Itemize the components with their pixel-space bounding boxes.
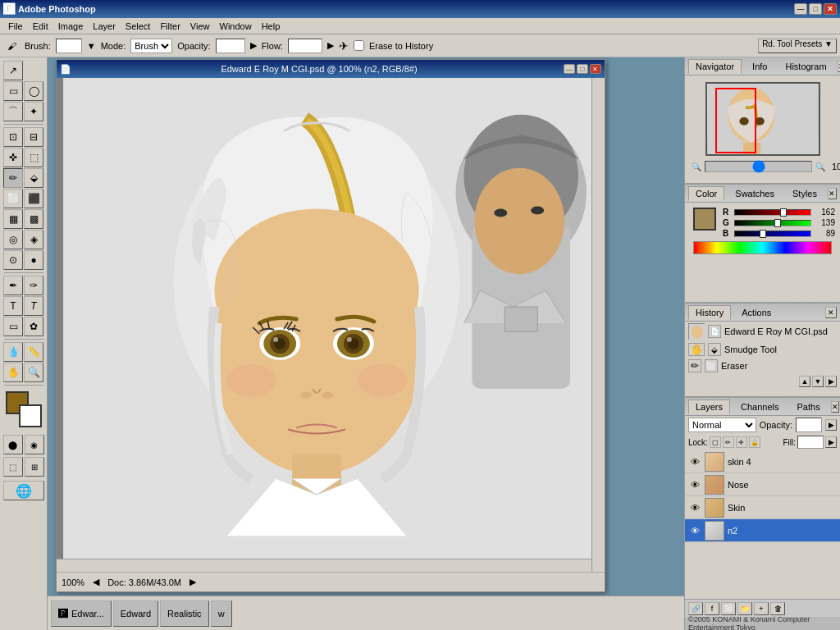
history-item-1[interactable]: 🖐 ⬙ Smudge Tool bbox=[685, 341, 840, 358]
bg-eraser-btn[interactable]: ⬛ bbox=[24, 189, 43, 208]
layer-group-btn[interactable]: 📁 bbox=[737, 602, 752, 615]
channels-tab[interactable]: Channels bbox=[733, 399, 786, 414]
menu-window[interactable]: Window bbox=[215, 20, 257, 33]
taskbar-item-3[interactable]: Realistic bbox=[160, 600, 209, 627]
history-menu[interactable]: ▶ bbox=[825, 376, 837, 387]
green-track[interactable] bbox=[734, 220, 811, 226]
taskbar-item-4[interactable]: w bbox=[211, 600, 232, 627]
green-thumb[interactable] bbox=[774, 219, 781, 227]
taskbar-photoshop[interactable]: 🅿 Edwar... bbox=[51, 600, 112, 627]
status-arrow-right[interactable]: ▶ bbox=[189, 577, 196, 587]
document-canvas[interactable] bbox=[57, 78, 605, 572]
minimize-button[interactable]: — bbox=[794, 3, 807, 15]
layer-new-btn[interactable]: + bbox=[754, 602, 769, 615]
eyedrop-btn[interactable]: 💧 bbox=[3, 342, 23, 362]
history-item-0[interactable]: 📄 Edward E Roy M CGI.psd bbox=[685, 322, 840, 341]
magic-wand-btn[interactable]: ✦ bbox=[24, 102, 43, 121]
layer-fx-btn[interactable]: f bbox=[705, 602, 719, 615]
erase-history-checkbox[interactable] bbox=[354, 40, 364, 51]
maximize-button[interactable]: □ bbox=[809, 3, 822, 15]
lock-transparency[interactable]: ▢ bbox=[710, 436, 721, 448]
layer-row-nose[interactable]: 👁 Nose bbox=[685, 473, 840, 496]
blue-track[interactable] bbox=[734, 231, 811, 237]
blend-mode-select[interactable]: Normal bbox=[688, 418, 756, 432]
dodge-btn[interactable]: ⊙ bbox=[3, 250, 23, 270]
airbrush-icon[interactable]: ✈ bbox=[339, 39, 349, 52]
status-arrow-left[interactable]: ◀ bbox=[93, 577, 99, 587]
layer-row-skin[interactable]: 👁 Skin bbox=[685, 496, 840, 519]
zoom-tool-btn[interactable]: 🔍 bbox=[24, 363, 43, 382]
history-scroll-up[interactable]: ▲ bbox=[799, 376, 810, 387]
styles-tab[interactable]: Styles bbox=[785, 186, 824, 201]
menu-view[interactable]: View bbox=[185, 20, 215, 33]
move-tool-btn[interactable]: ↗ bbox=[3, 61, 23, 80]
layers-tab[interactable]: Layers bbox=[688, 399, 730, 414]
screen-mode-btn[interactable]: ⬚ bbox=[3, 457, 23, 477]
info-tab[interactable]: Info bbox=[745, 59, 774, 74]
title-bar-buttons[interactable]: — □ ✕ bbox=[794, 3, 837, 15]
menu-filter[interactable]: Filter bbox=[155, 20, 185, 33]
document-scrollbar-right[interactable] bbox=[591, 78, 605, 572]
histogram-tab[interactable]: Histogram bbox=[778, 59, 833, 74]
brush-size-input[interactable]: 32 bbox=[56, 39, 82, 53]
opacity-arrow[interactable]: ▶ bbox=[250, 40, 257, 51]
navigator-tab[interactable]: Navigator bbox=[688, 59, 742, 74]
history-item-2[interactable]: ✏ ⬜ Eraser bbox=[685, 358, 840, 374]
marquee-rect-btn[interactable]: ▭ bbox=[3, 81, 23, 101]
zoom-in-icon[interactable]: 🔍 bbox=[815, 162, 825, 171]
custom-shape-btn[interactable]: ✿ bbox=[24, 317, 43, 336]
menu-image[interactable]: Image bbox=[53, 20, 89, 33]
lock-all[interactable]: 🔒 bbox=[749, 436, 760, 448]
doc-minimize-btn[interactable]: — bbox=[564, 64, 575, 74]
swatches-tab[interactable]: Swatches bbox=[728, 186, 782, 201]
text-btn[interactable]: T bbox=[3, 296, 23, 316]
background-color[interactable] bbox=[19, 404, 42, 427]
menu-select[interactable]: Select bbox=[121, 20, 156, 33]
flow-arrow[interactable]: ▶ bbox=[327, 40, 334, 51]
color-tab[interactable]: Color bbox=[688, 186, 724, 201]
burn-btn[interactable]: ● bbox=[24, 250, 43, 270]
color-close[interactable]: ✕ bbox=[828, 188, 837, 199]
red-thumb[interactable] bbox=[780, 208, 787, 217]
menu-help[interactable]: Help bbox=[257, 20, 285, 33]
jump-to-btn[interactable]: 🌐 bbox=[3, 481, 44, 500]
fill-value-input[interactable]: 100% bbox=[797, 436, 824, 449]
sharpen-btn[interactable]: ◈ bbox=[24, 230, 43, 249]
lasso-btn[interactable]: ⌒ bbox=[3, 102, 23, 121]
zoom-out-icon[interactable]: 🔍 bbox=[692, 162, 701, 171]
layer-eye-n2[interactable]: 👁 bbox=[688, 524, 701, 537]
layer-link-btn[interactable]: 🔗 bbox=[688, 602, 703, 615]
layer-eye-nose[interactable]: 👁 bbox=[688, 478, 701, 491]
history-brush-btn[interactable]: ⬙ bbox=[24, 168, 43, 188]
menu-layer[interactable]: Layer bbox=[88, 20, 121, 33]
vertical-text-btn[interactable]: T bbox=[24, 296, 43, 316]
layer-delete-btn[interactable]: 🗑 bbox=[770, 602, 785, 615]
navigator-close[interactable]: ✕ bbox=[838, 61, 840, 72]
pen-btn[interactable]: ✒ bbox=[3, 276, 23, 295]
layer-row-n2[interactable]: 👁 n2 bbox=[685, 519, 840, 542]
slice-btn[interactable]: ⊟ bbox=[24, 127, 43, 147]
actions-tab[interactable]: Actions bbox=[734, 305, 778, 320]
marquee-ellipse-btn[interactable]: ◯ bbox=[24, 81, 43, 101]
layer-mask-btn[interactable]: ⬜ bbox=[721, 602, 736, 615]
fill-btn[interactable]: ▩ bbox=[24, 209, 43, 229]
menu-file[interactable]: File bbox=[3, 20, 28, 33]
crop-btn[interactable]: ⊡ bbox=[3, 127, 23, 147]
flow-input[interactable]: 100% bbox=[288, 39, 322, 53]
taskbar-item-2[interactable]: Edward bbox=[113, 600, 158, 627]
layer-eye-skin[interactable]: 👁 bbox=[688, 501, 701, 514]
doc-maximize-btn[interactable]: □ bbox=[577, 64, 588, 74]
patch-btn[interactable]: ⬚ bbox=[24, 148, 43, 167]
opacity-arrow[interactable]: ▶ bbox=[825, 419, 837, 431]
blur-btn[interactable]: ◎ bbox=[3, 230, 23, 249]
history-tab[interactable]: History bbox=[688, 305, 731, 320]
heal-btn[interactable]: ✜ bbox=[3, 148, 23, 167]
zoom-slider[interactable] bbox=[705, 161, 812, 172]
paths-tab[interactable]: Paths bbox=[790, 399, 828, 414]
quick-mask-btn[interactable]: ◉ bbox=[25, 435, 44, 454]
blue-thumb[interactable] bbox=[760, 230, 766, 238]
document-title-buttons[interactable]: — □ ✕ bbox=[564, 64, 601, 74]
doc-close-btn[interactable]: ✕ bbox=[590, 64, 601, 74]
mode-select[interactable]: Brush bbox=[130, 39, 172, 53]
lock-move[interactable]: ✛ bbox=[736, 436, 747, 448]
